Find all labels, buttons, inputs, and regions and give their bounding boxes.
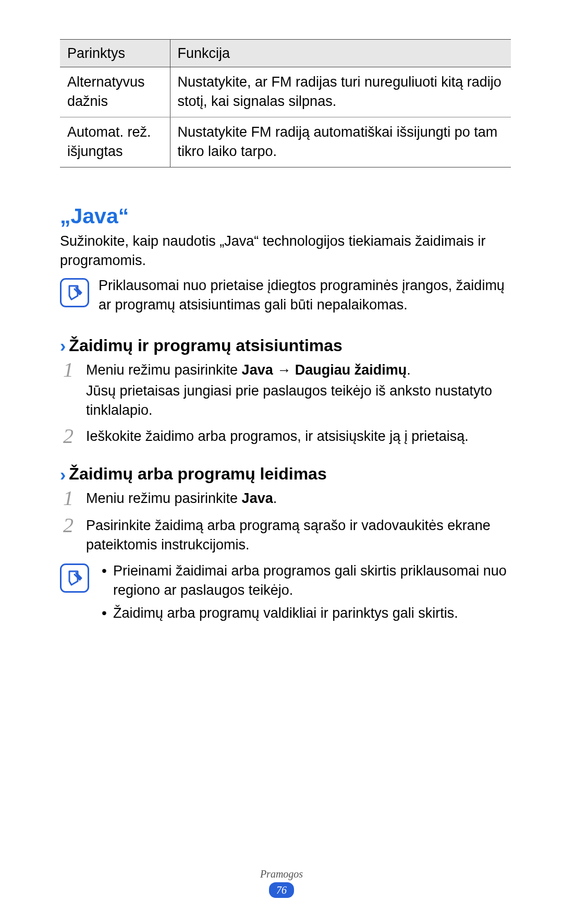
note-list-item: Prieinami žaidimai arba programos gali s… [99, 561, 511, 599]
chevron-right-icon: › [60, 465, 66, 483]
subsection-heading-run: › Žaidimų arba programų leidimas [60, 464, 511, 484]
subsection-title: Žaidimų arba programų leidimas [69, 464, 326, 484]
list-item: 1 Meniu režimu pasirinkite Java. [60, 489, 511, 509]
note-icon [60, 278, 89, 307]
list-item: 2 Ieškokite žaidimo arba programos, ir a… [60, 427, 511, 447]
arrow-text: → [273, 362, 295, 378]
page-number-badge: 76 [269, 882, 294, 898]
note-list-item: Žaidimų arba programų valdikliai ir pari… [99, 604, 511, 622]
note-text: Priklausomai nuo prietaise įdiegtos prog… [99, 276, 511, 314]
table-cell-option: Automat. rež. išjungtas [60, 117, 170, 167]
step-body: Pasirinkite žaidimą arba programą sąrašo… [86, 516, 511, 554]
note-block: Prieinami žaidimai arba programos gali s… [60, 561, 511, 627]
chevron-right-icon: › [60, 337, 66, 354]
intro-paragraph: Sužinokite, kaip naudotis „Java“ technol… [60, 232, 511, 270]
section-heading-java: „Java“ [60, 204, 511, 229]
numbered-steps: 1 Meniu režimu pasirinkite Java. 2 Pasir… [60, 489, 511, 554]
step-text: Meniu režimu pasirinkite [86, 490, 242, 506]
subsection-title: Žaidimų ir programų atsisiuntimas [69, 336, 342, 355]
list-item: 2 Pasirinkite žaidimą arba programą sąra… [60, 516, 511, 554]
table-cell-function: Nustatykite FM radiją automatiškai išsij… [170, 117, 511, 167]
step-number: 1 [60, 359, 77, 380]
table-cell-option: Alternatyvus dažnis [60, 67, 170, 117]
table-row: Automat. rež. išjungtas Nustatykite FM r… [60, 117, 511, 167]
page-footer: Pramogos 76 [0, 868, 563, 898]
numbered-steps: 1 Meniu režimu pasirinkite Java → Daugia… [60, 361, 511, 447]
step-bold: Java [242, 362, 273, 378]
subsection-heading-download: › Žaidimų ir programų atsisiuntimas [60, 336, 511, 355]
note-icon [60, 563, 89, 593]
table-row: Alternatyvus dažnis Nustatykite, ar FM r… [60, 67, 511, 117]
step-text: . [273, 490, 277, 506]
footer-category: Pramogos [0, 868, 563, 880]
step-subtext: Jūsų prietaisas jungiasi prie paslaugos … [86, 381, 511, 419]
table-header-function: Funkcija [170, 40, 511, 67]
step-body: Ieškokite žaidimo arba programos, ir ats… [86, 427, 511, 446]
step-bold: Java [242, 490, 273, 506]
table-header-options: Parinktys [60, 40, 170, 67]
step-number: 2 [60, 515, 77, 536]
step-text: Meniu režimu pasirinkite [86, 362, 242, 378]
step-text: . [407, 362, 411, 378]
step-bold: Daugiau žaidimų [295, 362, 407, 378]
table-cell-function: Nustatykite, ar FM radijas turi nureguli… [170, 67, 511, 117]
note-block: Priklausomai nuo prietaise įdiegtos prog… [60, 276, 511, 314]
note-text: Prieinami žaidimai arba programos gali s… [99, 561, 511, 627]
step-number: 1 [60, 488, 77, 509]
list-item: 1 Meniu režimu pasirinkite Java → Daugia… [60, 361, 511, 419]
options-table: Parinktys Funkcija Alternatyvus dažnis N… [60, 39, 511, 167]
document-page: Parinktys Funkcija Alternatyvus dažnis N… [0, 0, 563, 924]
step-number: 2 [60, 426, 77, 447]
step-body: Meniu režimu pasirinkite Java → Daugiau … [86, 361, 511, 419]
step-body: Meniu režimu pasirinkite Java. [86, 489, 511, 508]
